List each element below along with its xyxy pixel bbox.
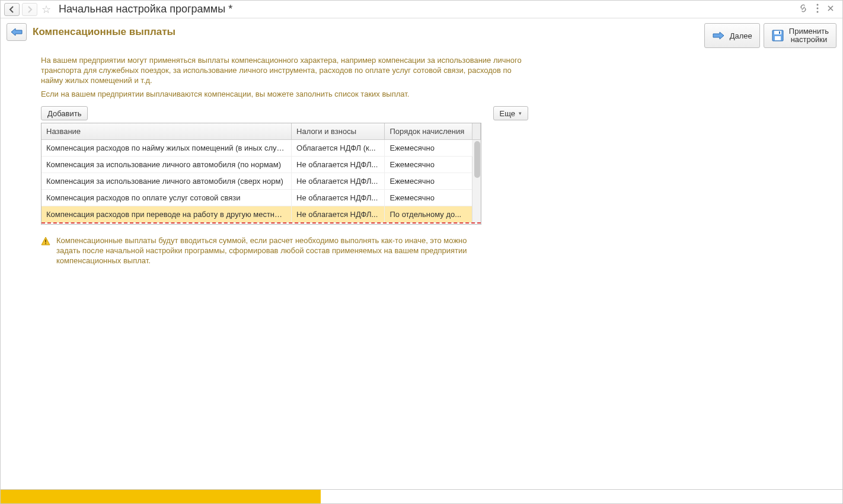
description-2: Если на вашем предприятии выплачиваются …	[41, 89, 528, 99]
status-bar	[1, 489, 842, 503]
content: На вашем предприятии могут применяться в…	[1, 52, 528, 266]
svg-point-1	[817, 8, 819, 9]
info-row: Компенсационные выплаты будут вводиться …	[41, 235, 481, 266]
floppy-icon	[771, 29, 784, 42]
kebab-menu-icon[interactable]	[816, 4, 819, 15]
cell-name: Компенсация за использование личного авт…	[41, 173, 292, 190]
info-text: Компенсационные выплаты будут вводиться …	[56, 235, 481, 266]
table-header-row: Название Налоги и взносы Порядок начисле…	[41, 123, 481, 140]
add-button[interactable]: Добавить	[41, 106, 88, 120]
svg-point-0	[817, 4, 819, 6]
table-toolbar: Добавить Еще ▾	[41, 106, 528, 120]
wizard-back-button[interactable]	[7, 23, 27, 41]
title-bar: ☆ Начальная настройка программы *	[1, 1, 842, 18]
link-icon[interactable]	[799, 4, 808, 15]
cell-tax: Не облагается НДФЛ...	[292, 190, 385, 206]
scroll-header	[472, 123, 480, 140]
cell-order: Ежемесячно	[385, 140, 472, 157]
table: Название Налоги и взносы Порядок начисле…	[41, 123, 481, 225]
table-row[interactable]: Компенсация расходов по оплате услуг сот…	[41, 190, 481, 206]
svg-rect-5	[775, 36, 781, 40]
cell-tax: Не облагается НДФЛ...	[292, 206, 385, 223]
title-bar-right	[799, 4, 839, 15]
cell-tax: Облагается НДФЛ (к...	[292, 140, 385, 157]
cell-order: Ежемесячно	[385, 173, 472, 190]
col-header-name[interactable]: Название	[41, 123, 292, 140]
svg-rect-7	[45, 240, 46, 243]
col-header-tax[interactable]: Налоги и взносы	[292, 123, 385, 140]
table-row[interactable]: Компенсация за использование личного авт…	[41, 157, 481, 173]
cell-order: По отдельному до...	[385, 206, 472, 223]
chevron-down-icon: ▾	[519, 110, 522, 116]
cell-name: Компенсация расходов по найму жилых поме…	[41, 140, 292, 157]
close-icon[interactable]	[827, 5, 834, 14]
section-title: Компенсационные выплаты	[33, 23, 175, 41]
svg-rect-4	[774, 31, 781, 34]
svg-rect-8	[45, 243, 46, 244]
cell-name: Компенсация расходов по оплате услуг сот…	[41, 190, 292, 206]
nav-forward-button[interactable]	[22, 3, 37, 16]
progress-fill	[1, 490, 321, 503]
svg-rect-6	[779, 31, 780, 34]
warning-icon	[41, 237, 50, 246]
toolbar-right: Далее Применить настройки	[704, 23, 836, 48]
apply-button-label: Применить настройки	[789, 27, 829, 44]
cell-tax: Не облагается НДФЛ...	[292, 157, 385, 173]
arrow-left-icon	[10, 27, 23, 37]
toolbar: Компенсационные выплаты Далее Применить …	[1, 18, 842, 52]
cell-order: Ежемесячно	[385, 157, 472, 173]
favorite-star-icon[interactable]: ☆	[40, 3, 53, 16]
cell-tax: Не облагается НДФЛ...	[292, 173, 385, 190]
next-button-label: Далее	[730, 31, 752, 40]
col-header-order[interactable]: Порядок начисления	[385, 123, 472, 140]
apply-settings-button[interactable]: Применить настройки	[764, 23, 836, 48]
cell-order: Ежемесячно	[385, 190, 472, 206]
table-row-selected[interactable]: Компенсация расходов при переводе на раб…	[41, 206, 481, 223]
scroll-thumb[interactable]	[474, 141, 480, 178]
cell-name: Компенсация расходов при переводе на раб…	[41, 206, 292, 223]
table-row[interactable]: Компенсация расходов по найму жилых поме…	[41, 140, 481, 157]
nav-back-button[interactable]	[4, 3, 20, 16]
table-row[interactable]: Компенсация за использование личного авт…	[41, 173, 481, 190]
svg-point-2	[817, 11, 819, 13]
description-1: На вашем предприятии могут применяться в…	[41, 55, 528, 85]
arrow-right-icon	[712, 31, 725, 40]
window-title: Начальная настройка программы *	[59, 3, 232, 15]
next-button[interactable]: Далее	[704, 23, 760, 48]
cell-name: Компенсация за использование личного авт…	[41, 157, 292, 173]
more-button[interactable]: Еще ▾	[493, 106, 528, 120]
window: ☆ Начальная настройка программы * Компен…	[0, 0, 843, 504]
selected-row-underline	[41, 222, 481, 224]
